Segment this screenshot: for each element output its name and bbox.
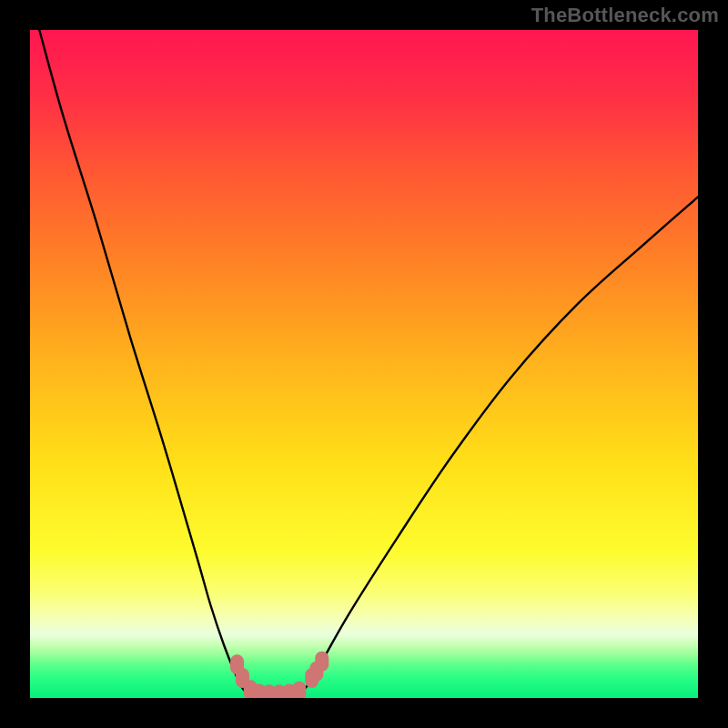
watermark-text: TheBottleneck.com	[531, 4, 719, 27]
chart-frame: TheBottleneck.com	[0, 0, 728, 728]
curve-marker	[292, 682, 306, 698]
plot-area	[30, 30, 698, 698]
plot-svg	[30, 30, 698, 698]
gradient-background	[30, 30, 698, 698]
curve-marker	[315, 652, 329, 672]
